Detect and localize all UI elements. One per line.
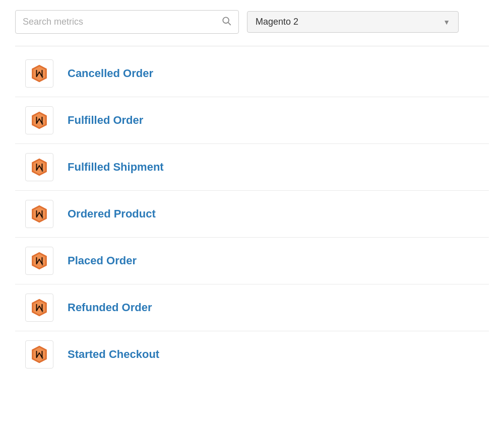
svg-text:2: 2 xyxy=(42,216,43,219)
svg-text:2: 2 xyxy=(42,169,43,172)
search-container[interactable] xyxy=(15,10,239,34)
header-divider xyxy=(15,46,489,46)
magento-icon-ordered-product: 2 xyxy=(25,200,53,228)
svg-text:2: 2 xyxy=(42,263,43,266)
magento-icon-fulfilled-order: 2 xyxy=(25,106,53,134)
svg-text:2: 2 xyxy=(42,356,43,359)
item-label-ordered-product: Ordered Product xyxy=(68,207,156,221)
item-label-refunded-order: Refunded Order xyxy=(68,301,152,314)
magento-icon-started-checkout: 2 xyxy=(25,340,53,369)
list-item-fulfilled-order[interactable]: 2 Fulfilled Order xyxy=(15,97,489,144)
magento-icon-cancelled-order: 2 xyxy=(25,59,53,88)
magento-icon-refunded-order: 2 xyxy=(25,294,53,322)
svg-text:2: 2 xyxy=(42,76,43,79)
magento-icon-fulfilled-shipment: 2 xyxy=(25,153,53,181)
chevron-down-icon: ▼ xyxy=(443,18,450,26)
magento-icon-placed-order: 2 xyxy=(25,247,53,275)
item-label-started-checkout: Started Checkout xyxy=(68,348,159,361)
list-item-started-checkout[interactable]: 2 Started Checkout xyxy=(15,331,489,378)
svg-line-1 xyxy=(228,23,230,25)
dropdown-label: Magento 2 xyxy=(256,17,443,27)
list-item-refunded-order[interactable]: 2 Refunded Order xyxy=(15,284,489,331)
list-item-ordered-product[interactable]: 2 Ordered Product xyxy=(15,191,489,238)
list-item-fulfilled-shipment[interactable]: 2 Fulfilled Shipment xyxy=(15,144,489,191)
item-label-placed-order: Placed Order xyxy=(68,254,137,267)
item-label-fulfilled-shipment: Fulfilled Shipment xyxy=(68,161,164,174)
svg-text:2: 2 xyxy=(42,310,43,313)
list-item-cancelled-order[interactable]: 2 Cancelled Order xyxy=(15,50,489,97)
app-container: Magento 2 ▼ 2 Cancelled Order 2 Fulfille… xyxy=(15,10,489,378)
list-item-placed-order[interactable]: 2 Placed Order xyxy=(15,238,489,284)
item-label-cancelled-order: Cancelled Order xyxy=(68,67,153,80)
search-icon xyxy=(221,16,231,28)
item-label-fulfilled-order: Fulfilled Order xyxy=(68,114,143,127)
metrics-list: 2 Cancelled Order 2 Fulfilled Order 2 Fu… xyxy=(15,50,489,378)
svg-text:2: 2 xyxy=(42,122,43,125)
search-input[interactable] xyxy=(23,17,217,27)
header-row: Magento 2 ▼ xyxy=(15,10,489,34)
svg-point-0 xyxy=(223,17,229,23)
platform-dropdown[interactable]: Magento 2 ▼ xyxy=(247,11,459,33)
